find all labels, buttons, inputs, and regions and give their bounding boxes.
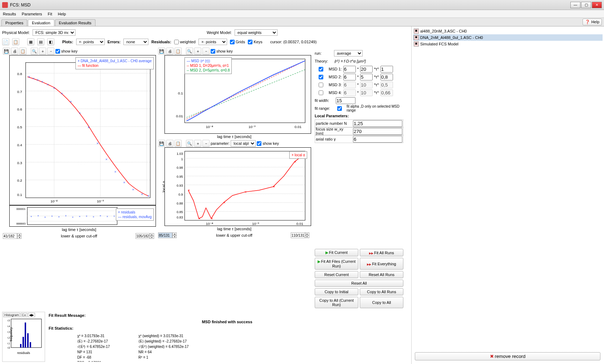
- zoom-fit-alpha-icon[interactable]: 🔍: [186, 140, 193, 147]
- svg-text:0.1: 0.1: [17, 193, 22, 197]
- file-icon: ▣: [414, 41, 419, 46]
- save-alpha-icon[interactable]: 💾: [158, 140, 165, 147]
- particle-n-input[interactable]: [353, 120, 402, 127]
- reset-all-runs-button[interactable]: Reset All Runs: [360, 271, 403, 278]
- msd2-v1[interactable]: [343, 74, 356, 80]
- file-item-1[interactable]: ▣DNA_2nM_Al488_0ul_1.ASC - CH0: [413, 34, 603, 41]
- save-msd-icon[interactable]: 💾: [158, 48, 165, 55]
- svg-text:10⁻³: 10⁻³: [249, 125, 256, 129]
- keys-checkbox[interactable]: [248, 40, 252, 44]
- menu-fit[interactable]: Fit: [48, 12, 52, 16]
- fitrange-check[interactable]: [334, 106, 345, 111]
- menu-results[interactable]: Results: [3, 12, 16, 16]
- print-alpha-icon[interactable]: 🖨: [166, 140, 173, 147]
- menu-help[interactable]: Help: [58, 12, 66, 16]
- zoom-out-icon[interactable]: －: [47, 48, 54, 55]
- save-plot-icon[interactable]: 💾: [3, 48, 10, 55]
- histo-tab-more[interactable]: ◀▶: [28, 313, 35, 317]
- msd3-check[interactable]: [315, 83, 327, 87]
- histo-tab-histogram[interactable]: Histogram: [3, 313, 20, 317]
- help-button[interactable]: ❓ Help: [583, 19, 602, 25]
- print-plot-icon[interactable]: 🖨: [11, 48, 18, 55]
- copy-initial-button[interactable]: Copy to Initial: [315, 288, 358, 295]
- copy-msd-icon[interactable]: 📋: [175, 48, 182, 55]
- menu-parameters[interactable]: Parameters: [22, 12, 42, 16]
- minimize-button[interactable]: —: [570, 2, 580, 8]
- svg-text:0.8: 0.8: [17, 72, 22, 76]
- svg-text:0.95: 0.95: [177, 175, 183, 178]
- zoom-in-msd-icon[interactable]: ＋: [194, 48, 201, 55]
- zoom-fit-icon[interactable]: 🔍: [31, 48, 38, 55]
- msd1-check[interactable]: [315, 67, 327, 72]
- tool-icon-4[interactable]: ▤: [37, 38, 44, 45]
- msd2-v2[interactable]: [360, 74, 373, 80]
- maximize-button[interactable]: ▢: [581, 2, 591, 8]
- theory-text: ⟨r²⟩ = f·D·τ^α [µm²]: [334, 59, 366, 64]
- showkey-msd-checkbox[interactable]: [211, 49, 215, 54]
- cutoff1-left[interactable]: ▴▾: [3, 233, 23, 239]
- msd4-v1: [343, 89, 356, 96]
- weighted-checkbox[interactable]: [174, 40, 179, 44]
- axial-ratio-input[interactable]: [353, 136, 402, 143]
- cutoff2-left[interactable]: ▴▾: [158, 232, 178, 238]
- msd2-v3[interactable]: [380, 74, 393, 80]
- reset-all-button[interactable]: Reset All: [315, 280, 403, 287]
- showkey-alpha-checkbox[interactable]: [257, 141, 261, 146]
- weightmodel-select[interactable]: equal weights: [235, 29, 278, 36]
- histo-tab-co[interactable]: Co: [21, 313, 27, 317]
- correlation-plot[interactable]: 0.80.70.60.50.40.30.20.1 10⁻⁴10⁻³ × DNA_…: [9, 55, 156, 205]
- copy-alpha-icon[interactable]: 📋: [175, 140, 182, 147]
- msd4-check[interactable]: [315, 90, 327, 95]
- residuals-plot[interactable]: 000001 888883 × residuals — residuals, m…: [9, 205, 156, 227]
- alpha-plot[interactable]: 1.0310.980.950.930.90.880.850.83 10⁻⁴10⁻…: [164, 147, 311, 226]
- cutoff1-right[interactable]: ▴▾: [136, 233, 155, 239]
- fit-all-files-button[interactable]: Fit All Files (Current Run): [315, 258, 358, 270]
- fit-current-button[interactable]: Fit Current: [315, 249, 358, 256]
- focus-size-input[interactable]: [353, 128, 402, 135]
- tool-icon-1[interactable]: 📄: [2, 38, 9, 45]
- copy-plot-icon[interactable]: 📋: [19, 48, 26, 55]
- physmodel-select[interactable]: FCS: simple 3D model: [33, 29, 75, 36]
- copy-all-current-button[interactable]: Copy to All (Current Run): [315, 297, 358, 308]
- tab-evaluation[interactable]: Evaluation: [28, 19, 54, 26]
- zoom-fit-msd-icon[interactable]: 🔍: [186, 48, 193, 55]
- plots-select[interactable]: ×· points: [76, 39, 105, 45]
- msd3-v3: [380, 82, 393, 88]
- file-item-0[interactable]: ▣al488_20nM_3.ASC - CH0: [413, 28, 603, 34]
- msd2-check[interactable]: [315, 75, 327, 79]
- fit-all-runs-button[interactable]: Fit All Runs: [360, 249, 403, 256]
- grids-checkbox[interactable]: [230, 40, 235, 44]
- msd-plot[interactable]: 0.10.01 10⁻⁴10⁻³0.01 — MSD ⟨r² (τ)⟩ -- M…: [164, 55, 311, 134]
- msd1-v3[interactable]: [380, 66, 393, 73]
- tool-icon-2[interactable]: 📋: [12, 38, 19, 45]
- remove-record-button[interactable]: remove record: [415, 352, 600, 360]
- tab-properties[interactable]: Properties: [1, 19, 27, 26]
- zoom-out-msd-icon[interactable]: －: [202, 48, 210, 55]
- tool-icon-5[interactable]: ◧: [47, 38, 54, 45]
- svg-text:0.01: 0.01: [296, 222, 304, 226]
- run-select[interactable]: average: [334, 50, 363, 56]
- copy-all-runs-button[interactable]: Copy to All Runs: [360, 288, 403, 295]
- msd1-v1[interactable]: [343, 66, 356, 73]
- residplot-select[interactable]: ×· points: [198, 39, 227, 45]
- file-item-2[interactable]: ▣Simulated FCS Model: [413, 41, 603, 47]
- msd1-v2[interactable]: [360, 66, 373, 73]
- zoom-out-alpha-icon[interactable]: －: [202, 140, 210, 147]
- close-button[interactable]: ✕: [592, 2, 602, 8]
- fitwidth-input[interactable]: [336, 97, 355, 104]
- tab-evaluation-results[interactable]: Evaluation Results: [55, 19, 95, 26]
- tool-icon-3[interactable]: ▦: [27, 38, 34, 45]
- cutoff2-right[interactable]: ▴▾: [291, 232, 310, 238]
- print-msd-icon[interactable]: 🖨: [166, 48, 173, 55]
- zoom-in-icon[interactable]: ＋: [39, 48, 46, 55]
- fit-everything-button[interactable]: Fit Everything: [360, 258, 403, 270]
- svg-text:0.7: 0.7: [17, 90, 22, 94]
- copy-all-button[interactable]: Copy to All: [360, 297, 403, 308]
- alpha-param-select[interactable]: local alpha: [231, 140, 256, 147]
- residuals-label: Residuals:: [151, 40, 171, 44]
- fit-stats-header: Fit Statistics:: [49, 326, 73, 330]
- showkey-left-checkbox[interactable]: [55, 49, 60, 54]
- reset-current-button[interactable]: Reset Current: [315, 271, 358, 278]
- errors-select[interactable]: none: [123, 39, 148, 45]
- zoom-in-alpha-icon[interactable]: ＋: [194, 140, 201, 147]
